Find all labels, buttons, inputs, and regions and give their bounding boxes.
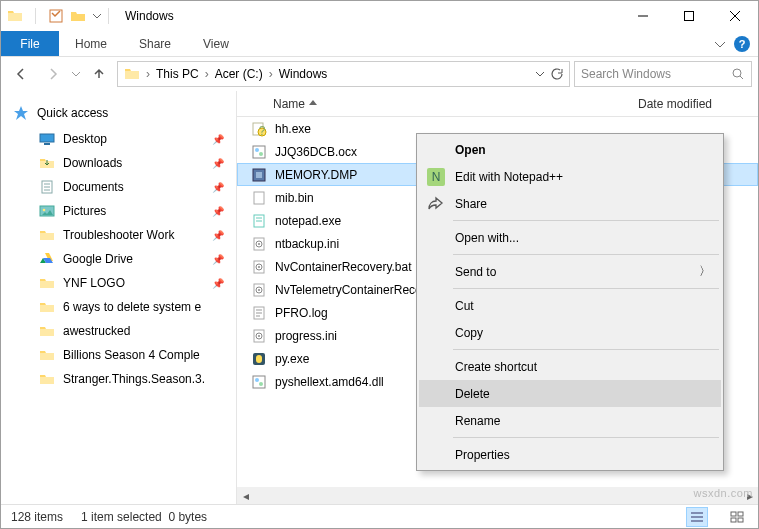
address-bar[interactable]: This PC Acer (C:) Windows <box>117 61 570 87</box>
context-menu-label: Edit with Notepad++ <box>455 170 563 184</box>
nav-history-dropdown-icon[interactable] <box>71 69 81 79</box>
view-details-button[interactable] <box>686 507 708 527</box>
qat-properties-icon[interactable] <box>48 8 64 24</box>
sidebar-quick-access[interactable]: Quick access <box>1 99 236 127</box>
sidebar-item[interactable]: Pictures📌 <box>1 199 236 223</box>
horizontal-scrollbar[interactable]: ◂ ▸ <box>237 487 758 504</box>
search-input[interactable]: Search Windows <box>574 61 752 87</box>
sidebar-item[interactable]: Downloads📌 <box>1 151 236 175</box>
context-menu-separator <box>453 254 719 255</box>
context-menu-label: Open with... <box>455 231 519 245</box>
view-large-button[interactable] <box>726 507 748 527</box>
file-type-icon <box>251 167 267 183</box>
maximize-button[interactable] <box>666 1 712 31</box>
context-menu-item[interactable]: Open with... <box>419 224 721 251</box>
context-menu-item[interactable]: Delete <box>419 380 721 407</box>
context-menu-separator <box>453 288 719 289</box>
sidebar-item[interactable]: Stranger.Things.Season.3. <box>1 367 236 391</box>
folder-icon <box>39 227 55 243</box>
pin-icon: 📌 <box>212 158 224 169</box>
search-icon <box>731 67 745 81</box>
svg-text:N: N <box>432 170 441 184</box>
sidebar-item[interactable]: YNF LOGO📌 <box>1 271 236 295</box>
column-name[interactable]: Name <box>237 97 638 111</box>
context-menu-item[interactable]: Share <box>419 190 721 217</box>
sort-indicator-icon <box>309 100 317 108</box>
breadcrumb[interactable]: Acer (C:) <box>211 67 267 81</box>
column-headers: Name Date modified <box>237 91 758 117</box>
sidebar-item[interactable]: Desktop📌 <box>1 127 236 151</box>
help-icon[interactable]: ? <box>734 36 750 52</box>
context-menu-item[interactable]: Open <box>419 136 721 163</box>
ribbon-tab-home[interactable]: Home <box>59 31 123 56</box>
pictures-icon <box>39 203 55 219</box>
context-menu-separator <box>453 349 719 350</box>
context-menu-item[interactable]: Properties <box>419 441 721 468</box>
file-type-icon <box>251 351 267 367</box>
address-dropdown-icon[interactable] <box>535 69 545 79</box>
context-menu-item[interactable]: Cut <box>419 292 721 319</box>
sidebar-item[interactable]: Google Drive📌 <box>1 247 236 271</box>
sidebar-item-label: YNF LOGO <box>63 276 125 290</box>
context-menu-label: Delete <box>455 387 490 401</box>
close-button[interactable] <box>712 1 758 31</box>
context-menu-item[interactable]: Send to〉 <box>419 258 721 285</box>
sidebar-item[interactable]: awestrucked <box>1 319 236 343</box>
ribbon-expand-icon[interactable] <box>714 38 726 50</box>
notepadpp-icon: N <box>427 168 445 186</box>
breadcrumb[interactable]: Windows <box>275 67 332 81</box>
breadcrumb[interactable]: This PC <box>152 67 203 81</box>
qat-dropdown-icon[interactable] <box>92 8 102 24</box>
context-menu-item[interactable]: Create shortcut <box>419 353 721 380</box>
refresh-icon[interactable] <box>549 67 563 81</box>
folder-icon <box>39 275 55 291</box>
qat-newfolder-icon[interactable] <box>70 8 86 24</box>
sidebar-item-label: Documents <box>63 180 124 194</box>
sidebar-item[interactable]: Documents📌 <box>1 175 236 199</box>
svg-point-33 <box>255 378 259 382</box>
ribbon-tab-share[interactable]: Share <box>123 31 187 56</box>
context-menu-label: Share <box>455 197 487 211</box>
status-bar: 128 items 1 item selected 0 bytes <box>1 504 758 528</box>
folder-icon <box>39 347 55 363</box>
context-menu-label: Properties <box>455 448 510 462</box>
nav-forward-button[interactable] <box>39 60 67 88</box>
ribbon-tab-view[interactable]: View <box>187 31 245 56</box>
folder-icon <box>7 8 23 24</box>
sidebar-root-label: Quick access <box>37 106 108 120</box>
svg-rect-37 <box>731 518 736 522</box>
svg-rect-11 <box>253 146 265 158</box>
ribbon-file-tab[interactable]: File <box>1 31 59 56</box>
pin-icon: 📌 <box>212 182 224 193</box>
pin-icon: 📌 <box>212 254 224 265</box>
navigation-pane[interactable]: Quick access Desktop📌Downloads📌Documents… <box>1 91 237 504</box>
file-type-icon <box>251 374 267 390</box>
sidebar-item-label: Pictures <box>63 204 106 218</box>
folder-icon <box>39 323 55 339</box>
context-menu-item[interactable]: Rename <box>419 407 721 434</box>
file-type-icon <box>251 236 267 252</box>
sidebar-item[interactable]: 6 ways to delete system e <box>1 295 236 319</box>
context-menu[interactable]: OpenNEdit with Notepad++ShareOpen with..… <box>416 133 724 471</box>
file-name: ntbackup.ini <box>275 237 339 251</box>
sidebar-item[interactable]: Troubleshooter Work📌 <box>1 223 236 247</box>
gdrive-icon <box>39 251 55 267</box>
star-icon <box>13 105 29 121</box>
sidebar-item-label: awestrucked <box>63 324 130 338</box>
context-menu-item[interactable]: NEdit with Notepad++ <box>419 163 721 190</box>
file-name: py.exe <box>275 352 309 366</box>
file-type-icon <box>251 213 267 229</box>
column-date[interactable]: Date modified <box>638 97 758 111</box>
scroll-left-icon[interactable]: ◂ <box>237 487 254 504</box>
context-menu-item[interactable]: Copy <box>419 319 721 346</box>
nav-up-button[interactable] <box>85 60 113 88</box>
nav-back-button[interactable] <box>7 60 35 88</box>
file-name: NvContainerRecovery.bat <box>275 260 412 274</box>
sidebar-item[interactable]: Billions Season 4 Comple <box>1 343 236 367</box>
minimize-button[interactable] <box>620 1 666 31</box>
folder-icon <box>39 371 55 387</box>
svg-point-2 <box>733 69 741 77</box>
sidebar-item-label: Billions Season 4 Comple <box>63 348 200 362</box>
status-item-count: 128 items <box>11 510 63 524</box>
svg-rect-32 <box>253 376 265 388</box>
